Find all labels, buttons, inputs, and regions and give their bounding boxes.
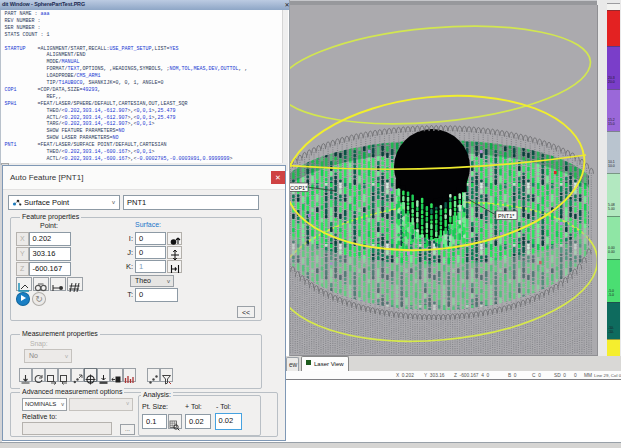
svg-text:PNT1*: PNT1* (498, 213, 515, 219)
svg-text:COP1*: COP1* (290, 185, 308, 191)
